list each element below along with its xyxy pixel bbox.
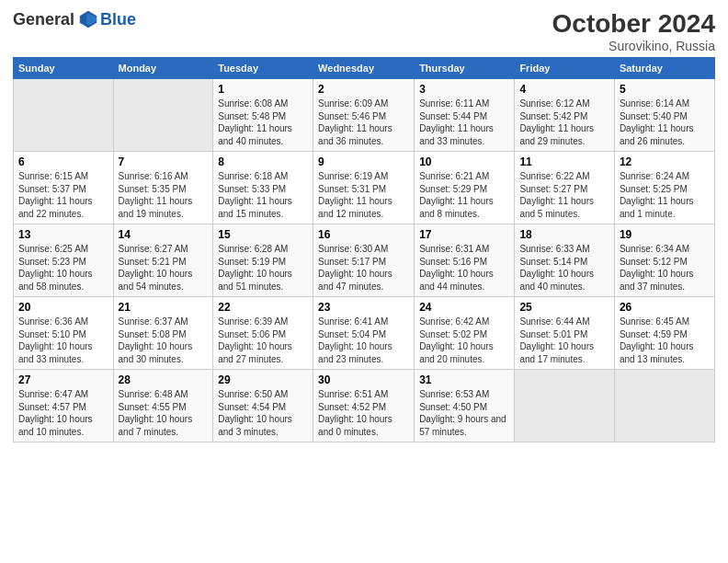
day-info: Sunrise: 6:08 AM Sunset: 5:48 PM Dayligh… [218, 98, 308, 147]
day-number: 1 [218, 83, 308, 96]
day-number: 23 [318, 301, 409, 314]
calendar-cell: 15Sunrise: 6:28 AM Sunset: 5:19 PM Dayli… [213, 224, 313, 297]
calendar-cell: 1Sunrise: 6:08 AM Sunset: 5:48 PM Daylig… [213, 79, 313, 152]
calendar-cell: 16Sunrise: 6:30 AM Sunset: 5:17 PM Dayli… [313, 224, 415, 297]
day-info: Sunrise: 6:12 AM Sunset: 5:42 PM Dayligh… [519, 98, 609, 147]
calendar-cell: 18Sunrise: 6:33 AM Sunset: 5:14 PM Dayli… [515, 224, 614, 297]
day-number: 18 [519, 228, 609, 241]
calendar-header-row: SundayMondayTuesdayWednesdayThursdayFrid… [14, 58, 715, 79]
calendar-cell [113, 79, 213, 152]
calendar-cell: 17Sunrise: 6:31 AM Sunset: 5:16 PM Dayli… [415, 224, 515, 297]
day-number: 10 [419, 155, 509, 168]
header: General Blue October 2024 Surovikino, Ru… [13, 9, 715, 53]
calendar-week-row: 13Sunrise: 6:25 AM Sunset: 5:23 PM Dayli… [14, 224, 715, 297]
day-number: 4 [519, 83, 609, 96]
day-number: 14 [119, 228, 209, 241]
calendar-cell: 20Sunrise: 6:36 AM Sunset: 5:10 PM Dayli… [14, 297, 114, 370]
day-number: 13 [18, 228, 108, 241]
calendar-cell: 29Sunrise: 6:50 AM Sunset: 4:54 PM Dayli… [213, 370, 313, 442]
calendar-cell [14, 79, 114, 152]
day-info: Sunrise: 6:24 AM Sunset: 5:25 PM Dayligh… [620, 170, 710, 220]
calendar-cell: 13Sunrise: 6:25 AM Sunset: 5:23 PM Dayli… [14, 224, 114, 297]
calendar-cell: 12Sunrise: 6:24 AM Sunset: 5:25 PM Dayli… [614, 152, 714, 224]
day-info: Sunrise: 6:22 AM Sunset: 5:27 PM Dayligh… [519, 170, 609, 220]
day-info: Sunrise: 6:48 AM Sunset: 4:55 PM Dayligh… [119, 388, 209, 438]
weekday-header: Thursday [415, 58, 515, 79]
calendar-cell: 10Sunrise: 6:21 AM Sunset: 5:29 PM Dayli… [415, 152, 515, 224]
calendar-week-row: 6Sunrise: 6:15 AM Sunset: 5:37 PM Daylig… [14, 152, 715, 224]
calendar-cell: 11Sunrise: 6:22 AM Sunset: 5:27 PM Dayli… [515, 152, 614, 224]
calendar-cell: 22Sunrise: 6:39 AM Sunset: 5:06 PM Dayli… [213, 297, 313, 370]
day-info: Sunrise: 6:36 AM Sunset: 5:10 PM Dayligh… [18, 316, 108, 365]
day-info: Sunrise: 6:39 AM Sunset: 5:06 PM Dayligh… [218, 316, 308, 365]
day-number: 15 [218, 228, 308, 241]
calendar-cell: 26Sunrise: 6:45 AM Sunset: 4:59 PM Dayli… [614, 297, 714, 370]
day-info: Sunrise: 6:14 AM Sunset: 5:40 PM Dayligh… [620, 98, 710, 147]
title-block: October 2024 Surovikino, Russia [552, 9, 715, 53]
calendar-cell: 27Sunrise: 6:47 AM Sunset: 4:57 PM Dayli… [14, 370, 114, 442]
day-info: Sunrise: 6:21 AM Sunset: 5:29 PM Dayligh… [419, 170, 509, 220]
page-title: October 2024 [552, 9, 715, 39]
day-info: Sunrise: 6:09 AM Sunset: 5:46 PM Dayligh… [318, 98, 409, 147]
calendar-cell [614, 370, 714, 442]
calendar-cell: 3Sunrise: 6:11 AM Sunset: 5:44 PM Daylig… [415, 79, 515, 152]
day-info: Sunrise: 6:31 AM Sunset: 5:16 PM Dayligh… [419, 243, 509, 293]
day-info: Sunrise: 6:25 AM Sunset: 5:23 PM Dayligh… [18, 243, 108, 293]
day-info: Sunrise: 6:11 AM Sunset: 5:44 PM Dayligh… [419, 98, 509, 147]
calendar-week-row: 1Sunrise: 6:08 AM Sunset: 5:48 PM Daylig… [14, 79, 715, 152]
day-info: Sunrise: 6:18 AM Sunset: 5:33 PM Dayligh… [218, 170, 308, 220]
day-number: 22 [218, 301, 308, 314]
day-info: Sunrise: 6:33 AM Sunset: 5:14 PM Dayligh… [519, 243, 609, 293]
day-info: Sunrise: 6:42 AM Sunset: 5:02 PM Dayligh… [419, 316, 509, 365]
day-info: Sunrise: 6:15 AM Sunset: 5:37 PM Dayligh… [18, 170, 108, 220]
calendar-cell: 19Sunrise: 6:34 AM Sunset: 5:12 PM Dayli… [614, 224, 714, 297]
calendar-cell: 2Sunrise: 6:09 AM Sunset: 5:46 PM Daylig… [313, 79, 415, 152]
day-info: Sunrise: 6:45 AM Sunset: 4:59 PM Dayligh… [620, 316, 710, 365]
weekday-header: Monday [113, 58, 213, 79]
day-info: Sunrise: 6:19 AM Sunset: 5:31 PM Dayligh… [318, 170, 409, 220]
day-number: 9 [318, 155, 409, 168]
calendar-cell: 7Sunrise: 6:16 AM Sunset: 5:35 PM Daylig… [113, 152, 213, 224]
day-number: 20 [18, 301, 108, 314]
logo-icon [78, 9, 98, 29]
day-info: Sunrise: 6:30 AM Sunset: 5:17 PM Dayligh… [318, 243, 409, 293]
day-number: 24 [419, 301, 509, 314]
calendar-cell: 31Sunrise: 6:53 AM Sunset: 4:50 PM Dayli… [415, 370, 515, 442]
calendar-cell: 4Sunrise: 6:12 AM Sunset: 5:42 PM Daylig… [515, 79, 614, 152]
day-info: Sunrise: 6:27 AM Sunset: 5:21 PM Dayligh… [119, 243, 209, 293]
main-container: General Blue October 2024 Surovikino, Ru… [0, 0, 728, 448]
day-number: 7 [119, 155, 209, 168]
day-number: 6 [18, 155, 108, 168]
calendar-week-row: 20Sunrise: 6:36 AM Sunset: 5:10 PM Dayli… [14, 297, 715, 370]
weekday-header: Sunday [14, 58, 114, 79]
calendar-cell: 30Sunrise: 6:51 AM Sunset: 4:52 PM Dayli… [313, 370, 415, 442]
day-number: 31 [419, 373, 509, 386]
day-number: 19 [620, 228, 710, 241]
weekday-header: Wednesday [313, 58, 415, 79]
day-number: 11 [519, 155, 609, 168]
calendar-cell: 24Sunrise: 6:42 AM Sunset: 5:02 PM Dayli… [415, 297, 515, 370]
day-number: 17 [419, 228, 509, 241]
calendar-cell: 28Sunrise: 6:48 AM Sunset: 4:55 PM Dayli… [113, 370, 213, 442]
day-number: 3 [419, 83, 509, 96]
logo: General Blue [13, 9, 136, 29]
calendar-cell [515, 370, 614, 442]
day-info: Sunrise: 6:34 AM Sunset: 5:12 PM Dayligh… [620, 243, 710, 293]
day-info: Sunrise: 6:47 AM Sunset: 4:57 PM Dayligh… [18, 388, 108, 438]
day-number: 30 [318, 373, 409, 386]
day-info: Sunrise: 6:44 AM Sunset: 5:01 PM Dayligh… [519, 316, 609, 365]
calendar-week-row: 27Sunrise: 6:47 AM Sunset: 4:57 PM Dayli… [14, 370, 715, 442]
calendar-cell: 8Sunrise: 6:18 AM Sunset: 5:33 PM Daylig… [213, 152, 313, 224]
calendar-cell: 21Sunrise: 6:37 AM Sunset: 5:08 PM Dayli… [113, 297, 213, 370]
day-number: 5 [620, 83, 710, 96]
day-number: 29 [218, 373, 308, 386]
day-info: Sunrise: 6:50 AM Sunset: 4:54 PM Dayligh… [218, 388, 308, 438]
day-info: Sunrise: 6:41 AM Sunset: 5:04 PM Dayligh… [318, 316, 409, 365]
day-info: Sunrise: 6:28 AM Sunset: 5:19 PM Dayligh… [218, 243, 308, 293]
day-number: 21 [119, 301, 209, 314]
weekday-header: Friday [515, 58, 614, 79]
day-number: 26 [620, 301, 710, 314]
calendar-cell: 14Sunrise: 6:27 AM Sunset: 5:21 PM Dayli… [113, 224, 213, 297]
calendar-cell: 6Sunrise: 6:15 AM Sunset: 5:37 PM Daylig… [14, 152, 114, 224]
calendar-cell: 5Sunrise: 6:14 AM Sunset: 5:40 PM Daylig… [614, 79, 714, 152]
